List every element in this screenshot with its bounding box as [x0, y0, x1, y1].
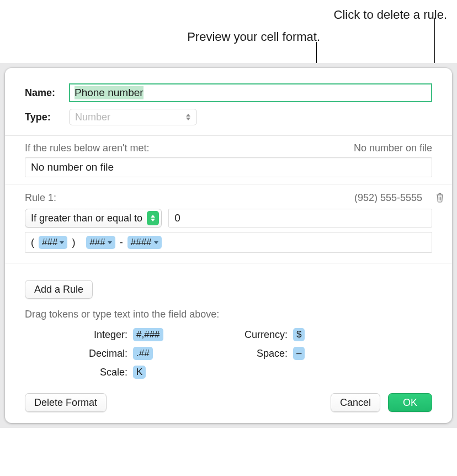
- decimal-token-label: Decimal:: [34, 348, 133, 359]
- chevron-down-icon: [154, 241, 158, 244]
- divider: [5, 263, 452, 263]
- format-literal: ): [71, 237, 76, 248]
- format-token[interactable]: ###: [39, 236, 67, 249]
- trash-icon: [435, 192, 445, 203]
- integer-token-label: Integer:: [34, 329, 133, 341]
- unmet-preview: No number on file: [354, 142, 432, 154]
- format-literal: -: [119, 237, 124, 248]
- space-token[interactable]: –: [293, 347, 305, 360]
- dialog-backdrop: Name: Phone number Type: Number If the r…: [0, 63, 457, 428]
- divider: [5, 184, 452, 184]
- scale-token-label: Scale:: [34, 367, 133, 378]
- rule-label: Rule 1:: [25, 192, 56, 204]
- unmet-format-value: No number on file: [31, 161, 114, 173]
- unmet-label: If the rules below aren't met:: [25, 142, 150, 154]
- name-input[interactable]: Phone number: [69, 83, 432, 102]
- type-label: Type:: [25, 112, 69, 123]
- callout-delete-rule: Click to delete a rule.: [0, 8, 447, 22]
- cancel-button[interactable]: Cancel: [331, 393, 380, 412]
- name-label: Name:: [25, 87, 69, 99]
- format-token[interactable]: ###: [86, 236, 115, 249]
- delete-format-button[interactable]: Delete Format: [25, 393, 107, 412]
- callout-preview: Preview your cell format.: [0, 30, 320, 44]
- rule-condition-value: If greater than or equal to: [31, 213, 142, 224]
- type-select-value: Number: [75, 112, 110, 123]
- ok-button[interactable]: OK: [388, 393, 432, 412]
- type-select[interactable]: Number: [69, 109, 197, 125]
- space-token-label: Space:: [199, 348, 293, 359]
- rule-value-text: 0: [174, 212, 180, 224]
- integer-token[interactable]: #,###: [133, 328, 163, 341]
- token-help-text: Drag tokens or type text into the field …: [5, 299, 452, 324]
- rule-value-input[interactable]: 0: [168, 209, 432, 228]
- divider: [5, 135, 452, 136]
- rule-condition-select[interactable]: If greater than or equal to: [25, 209, 162, 228]
- scale-token[interactable]: K: [133, 366, 146, 379]
- add-rule-button[interactable]: Add a Rule: [25, 280, 93, 299]
- chevron-down-icon: [60, 241, 64, 244]
- currency-token-label: Currency:: [199, 329, 293, 341]
- decimal-token[interactable]: .##: [133, 347, 153, 360]
- chevron-up-down-icon: [184, 112, 192, 122]
- custom-format-dialog: Name: Phone number Type: Number If the r…: [5, 68, 452, 423]
- format-literal: (: [30, 237, 35, 248]
- name-input-value: Phone number: [75, 86, 144, 99]
- currency-token[interactable]: $: [293, 328, 305, 341]
- rule-format-field[interactable]: ( ### ) ### - ####: [25, 232, 432, 253]
- format-token[interactable]: ####: [127, 236, 162, 249]
- unmet-format-field[interactable]: No number on file: [25, 157, 432, 177]
- chevron-up-down-icon: [147, 211, 159, 225]
- delete-rule-button[interactable]: [433, 191, 447, 204]
- rule-preview: (952) 555-5555: [354, 192, 422, 204]
- chevron-down-icon: [108, 241, 112, 244]
